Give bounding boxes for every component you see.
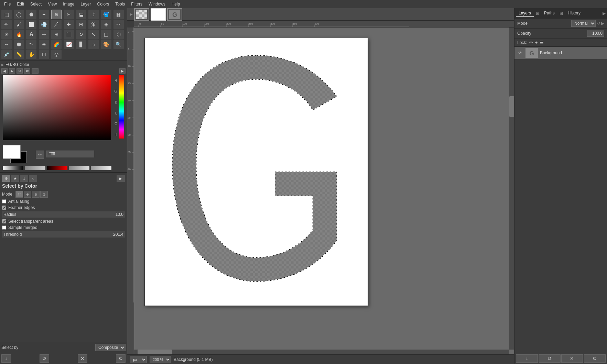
slider-gray[interactable] — [25, 166, 45, 170]
hscrollbar-thumb[interactable] — [138, 350, 172, 354]
fg-swatch[interactable] — [3, 145, 21, 159]
hex-input[interactable]: ffffff — [46, 151, 94, 157]
tool-flip[interactable]: ↔ — [1, 40, 12, 49]
tab-history[interactable]: History — [565, 10, 583, 17]
tool-curves[interactable]: 📈 — [64, 40, 74, 49]
tool-ink[interactable]: 🖊 — [51, 20, 62, 29]
tool-zoom[interactable]: 🔍 — [113, 40, 124, 49]
menu-file[interactable]: File — [1, 1, 13, 7]
slider-alpha[interactable] — [69, 166, 89, 170]
select-by-dropdown[interactable]: Composite Red Green Blue Alpha — [95, 344, 126, 351]
canvas-scroll[interactable] — [134, 27, 509, 350]
tool-fuzzy-select[interactable]: ✦ — [39, 10, 49, 19]
tool-scissors[interactable]: ✂ — [64, 10, 74, 19]
menu-image[interactable]: Image — [60, 1, 77, 7]
units-select[interactable]: px mm in — [130, 356, 147, 363]
lock-pixels-btn[interactable]: ✏ — [529, 40, 533, 45]
menu-layer[interactable]: Layer — [78, 1, 94, 7]
color-ctrl-expand[interactable]: ▶ — [119, 68, 126, 74]
tool-sharpen[interactable]: ◈ — [101, 20, 111, 29]
menu-colors[interactable]: Colors — [95, 1, 112, 7]
tool-levels[interactable]: ▊ — [76, 40, 86, 49]
tool-gradient[interactable]: ▦ — [113, 10, 124, 19]
layer-action-duplicate[interactable]: ↻ — [584, 354, 606, 363]
color-ctrl-dots[interactable]: ⋯ — [32, 68, 39, 74]
tool-shear[interactable]: ◱ — [101, 30, 111, 39]
color-ctrl-right[interactable]: ▶ — [9, 68, 15, 74]
tab-tool-presets[interactable]: ★ — [11, 175, 19, 182]
menu-filters[interactable]: Filters — [128, 1, 145, 7]
menu-tools[interactable]: Tools — [112, 1, 128, 7]
image-thumb-g[interactable]: G — [167, 8, 182, 21]
tool-color-picker[interactable]: 💉 — [1, 49, 12, 59]
tool-clone[interactable]: ⊕ — [39, 40, 49, 49]
tool-text[interactable]: A — [26, 30, 36, 39]
tool-extra2[interactable]: ◎ — [51, 49, 62, 59]
mode-subtract[interactable]: ⊖ — [32, 191, 40, 198]
tool-hand[interactable]: ✋ — [26, 49, 36, 59]
tool-eraser[interactable]: ⬜ — [26, 20, 36, 29]
canvas-vscrollbar[interactable] — [509, 27, 514, 350]
action-download[interactable]: ↓ — [1, 354, 11, 363]
tab-paths[interactable]: Paths — [541, 10, 557, 17]
antialiasing-checkbox[interactable] — [2, 199, 6, 203]
slider-extra[interactable] — [91, 166, 111, 170]
menu-help[interactable]: Help — [169, 1, 183, 7]
tool-crop[interactable]: ⬛ — [64, 30, 74, 39]
color-ctrl-reset[interactable]: ↺ — [17, 68, 23, 74]
canvas-hscrollbar[interactable] — [134, 350, 509, 354]
action-delete[interactable]: ✕ — [78, 354, 87, 363]
slider-red[interactable] — [47, 166, 67, 170]
tool-blur[interactable]: 🌫 — [88, 20, 99, 29]
layer-row-background[interactable]: 👁 G Background — [514, 47, 607, 59]
tab-layers[interactable]: Layers — [516, 10, 534, 17]
tool-extra1[interactable]: ⊡ — [39, 49, 49, 59]
color-gradient[interactable] — [3, 75, 111, 140]
layer-action-delete[interactable]: ✕ — [561, 354, 583, 363]
menu-view[interactable]: View — [45, 1, 59, 7]
tool-pencil[interactable]: ✏ — [1, 20, 12, 29]
tool-paint-bucket[interactable]: 🪣 — [101, 10, 111, 19]
tool-perspective-clone[interactable]: ⊞ — [76, 20, 86, 29]
tool-heal[interactable]: ✚ — [64, 20, 74, 29]
tool-foreground-select[interactable]: ⬓ — [76, 10, 86, 19]
tool-measure[interactable]: 📏 — [14, 49, 24, 59]
tool-airbrush[interactable]: 💨 — [39, 20, 49, 29]
tool-cage[interactable]: ⬢ — [14, 40, 24, 49]
image-thumb-checker[interactable] — [134, 8, 149, 21]
color-picker-area[interactable]: R G B L C H — [1, 75, 126, 144]
tool-move[interactable]: ✛ — [39, 30, 49, 39]
threshold-value[interactable]: 201.4 — [110, 232, 123, 237]
feather-checkbox[interactable] — [2, 206, 6, 210]
tool-colorize[interactable]: 🌈 — [51, 40, 62, 49]
tool-perspective[interactable]: ⬡ — [113, 30, 124, 39]
vscrollbar-thumb[interactable] — [509, 96, 514, 117]
layers-mode-arrow1[interactable]: ↺ — [597, 21, 600, 26]
tool-dodge[interactable]: ☀ — [1, 30, 12, 39]
action-redo[interactable]: ↻ — [116, 354, 126, 363]
tool-brightness[interactable]: ☼ — [88, 40, 99, 49]
tool-free-select[interactable]: ⬟ — [26, 10, 36, 19]
tool-rect-select[interactable]: ⬚ — [1, 10, 12, 19]
mode-add[interactable]: ⊕ — [24, 191, 31, 198]
image-thumb-white[interactable] — [151, 8, 166, 21]
tool-burn[interactable]: 🔥 — [14, 30, 24, 39]
sample-merged-checkbox[interactable] — [2, 225, 6, 230]
menu-select[interactable]: Select — [28, 1, 44, 7]
tool-rotate[interactable]: ↻ — [76, 30, 86, 39]
edit-color-icon[interactable]: ✏ — [36, 151, 44, 159]
color-ctrl-swap[interactable]: ⇄ — [24, 68, 30, 74]
tab-tool-pointer[interactable]: ↖ — [29, 175, 37, 182]
tool-paths[interactable]: ⤴ — [88, 10, 99, 19]
radius-value[interactable]: 10.0 — [110, 212, 123, 217]
opacity-input[interactable]: 100.0 — [587, 30, 604, 37]
panel-config-icon[interactable]: ▶ — [603, 11, 606, 16]
hue-slider[interactable] — [119, 75, 124, 139]
tool-select-by-color[interactable]: ⊕ — [51, 10, 62, 19]
color-ctrl-left[interactable]: ◀ — [1, 68, 8, 74]
layer-action-new-from-visible[interactable]: ↺ — [539, 354, 561, 363]
tool-warp[interactable]: 〜 — [26, 40, 36, 49]
layer-visibility-eye[interactable]: 👁 — [517, 50, 523, 56]
zoom-select[interactable]: 200 % 100 % 50 % — [150, 356, 171, 363]
tool-align[interactable]: ⊞ — [51, 30, 62, 39]
